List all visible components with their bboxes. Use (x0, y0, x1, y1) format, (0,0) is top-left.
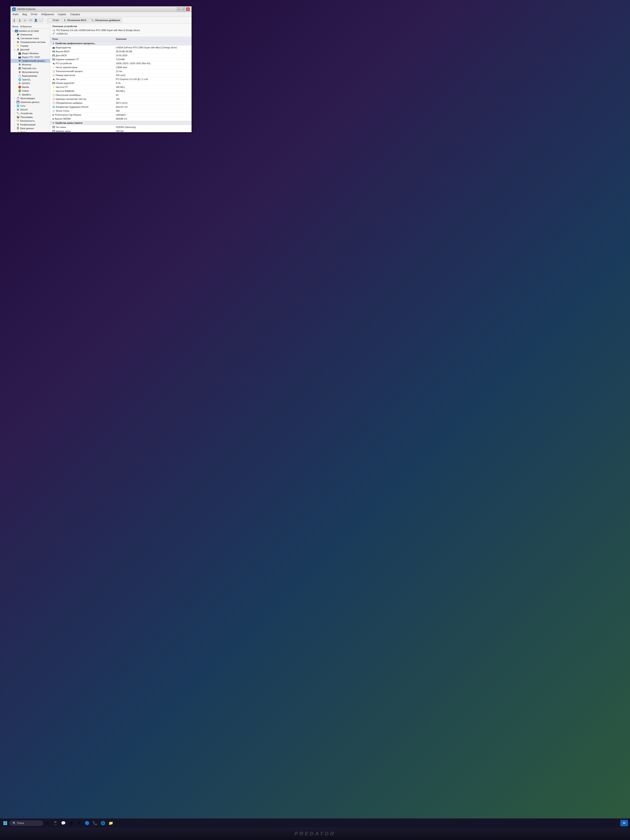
sidebar-item-motherboard[interactable]: › 🔌 Системная плата (11, 36, 50, 40)
table-row: 🔌PCI-устройство10DE-1ED3 / 1025-1432 (Re… (50, 62, 191, 65)
table-cell-field: 💾Кодовое название ГП (50, 57, 114, 62)
sidebar-item-video-windows[interactable]: 🎬 Видео Windows (11, 52, 50, 55)
col-value: Значение (114, 37, 191, 41)
report-button[interactable]: 📄 Отчёт (47, 18, 61, 22)
table-cell-field: 🌐Аппаратная поддержка DirectX (50, 105, 114, 109)
sidebar-item-desktop[interactable]: 🖼 Рабочий стол (11, 66, 50, 70)
table-cell-value: 300 МГц (114, 85, 191, 89)
table-cell-field: ⊞Версия WDDM (50, 117, 114, 121)
taskbar-skype-icon[interactable]: 🔵 (84, 820, 90, 826)
sidebar-item-programs[interactable]: › 📦 Программы (11, 115, 50, 119)
opengl-icon: 🌐 (18, 78, 21, 81)
sidebar-item-mantle[interactable]: 🔴 Mantle (11, 85, 50, 89)
expand-icon: › (14, 123, 16, 126)
sidebar-favorites-tab[interactable]: Избранное (20, 25, 32, 28)
sidebar-menu-tab[interactable]: Меню (12, 25, 19, 28)
menu-favorites[interactable]: Избранное (41, 13, 55, 16)
table-row: 💾Версия BIOS90.04.8E.00.DB (50, 50, 191, 54)
field-icon: ⊞ (52, 114, 54, 116)
expand-icon: ∨ (14, 49, 16, 51)
tests-icon: ⚡ (16, 131, 20, 132)
menu-file[interactable]: Файл (12, 13, 19, 16)
table-row: 📋Tensor Cores384 (50, 109, 191, 113)
taskbar-windows-icon[interactable]: ⊞ (68, 820, 74, 826)
menu-service[interactable]: Сервис (57, 13, 67, 16)
taskbar-whatsapp-icon[interactable]: 💬 (60, 820, 67, 826)
nav-up-button[interactable]: ∧ (23, 18, 27, 22)
field-icon: 📋 (52, 94, 55, 96)
search-placeholder: Поиск (17, 822, 24, 824)
sidebar-item-fonts[interactable]: A Шрифты (11, 93, 50, 96)
programs-icon: 📦 (16, 115, 20, 118)
sidebar-item-aida64[interactable]: ∨ 64 AIDA64 v6.32.5600 (11, 29, 50, 33)
nav-back-button[interactable]: ❮ (12, 18, 16, 22)
sidebar-item-opengl[interactable]: 🌐 OpenGL (11, 78, 50, 82)
sidebar-item-computer[interactable]: › 💻 Компьютер (11, 33, 50, 36)
taskbar-phone-icon[interactable]: 📱 (52, 820, 59, 826)
sidebar-item-security[interactable]: › 🛡 Безопасность (11, 119, 50, 123)
sidebar-item-os[interactable]: › ⊞ Операционная система (11, 40, 50, 44)
taskbar-telegram-icon[interactable]: ✈ (76, 820, 82, 826)
close-button[interactable]: ✕ (186, 7, 190, 11)
menu-help[interactable]: Справка (69, 13, 81, 16)
sidebar-item-multimedia[interactable]: › 🎵 Мультимедиа (11, 96, 50, 100)
sidebar-item-database[interactable]: › 🗄 База данных (11, 126, 50, 130)
table-cell-value: 64 (114, 93, 191, 97)
expand-icon: › (14, 120, 16, 122)
table-row: 📺ВидеоадаптерnVIDIA GeForce RTX 2080 Sup… (50, 46, 191, 50)
driver-update-button[interactable]: 🔍 Обновления драйверов (89, 18, 122, 22)
storage-icon: 💾 (16, 101, 20, 104)
sidebar-item-multimonitor[interactable]: 🖥 Мультимонитор (11, 70, 50, 74)
table-cell-field: ⚡Число транзисторов (50, 65, 114, 69)
sidebar-item-storage[interactable]: › 💾 Хранение данных (11, 100, 50, 104)
sidebar-item-directx[interactable]: › ⊞ DirectX (11, 108, 50, 112)
taskbar-search[interactable]: 🔍 Поиск (9, 821, 43, 826)
sidebar-item-display[interactable]: ∨ 🖥 Дисплей (11, 48, 50, 52)
sidebar-item-config[interactable]: › ⚙ Конфигурация (11, 123, 50, 126)
maximize-button[interactable]: □ (182, 7, 185, 11)
computer-icon: 💻 (16, 33, 20, 36)
sidebar-item-network[interactable]: › 🌐 Сеть (11, 104, 50, 108)
menu-report[interactable]: Отчёт (30, 13, 38, 16)
sidebar-item-vulkan[interactable]: 🟢 Vulkan (11, 89, 50, 93)
menu-view[interactable]: Вид (22, 13, 28, 16)
sidebar-item-devices[interactable]: › 🔧 Устройства (11, 112, 50, 115)
sidebar-item-server[interactable]: › 📁 Сервер (11, 44, 50, 48)
bios-update-button[interactable]: ⬇ Обновления BIOS (62, 18, 88, 23)
sidebar-item-gpu[interactable]: 🖥 Графический процесс (11, 59, 50, 63)
table-row: ⚡Частота ГП300 МГц (50, 85, 191, 89)
table-cell-field: 📋Размер кристалла (50, 73, 114, 77)
nav-forward-button[interactable]: ❯ (17, 18, 22, 22)
expand-icon: › (14, 101, 16, 103)
aida64-taskbar-button[interactable]: 64 (621, 820, 628, 826)
sli-icon: 🔗 (52, 32, 55, 35)
taskbar-chrome-icon[interactable]: 🌐 (99, 820, 106, 826)
field-icon: ⚡ (52, 90, 55, 92)
field-icon: 📺 (52, 46, 55, 49)
nav-graph-button[interactable]: 📈 (39, 18, 44, 22)
expand-icon: › (14, 127, 16, 129)
aida64-window: 64 AIDA64 Extreme — □ ✕ Файл Вид Отчёт И… (10, 6, 192, 132)
table-cell-value: 192 (114, 97, 191, 101)
table-row: 📋Объединённые шейдеры3072 (v6.5) (50, 101, 191, 105)
table-section-header: ▼Свойства шины памяти (50, 121, 191, 125)
gpgpu-icon: ⚙ (18, 82, 21, 85)
video-windows-icon: 🎬 (18, 52, 21, 55)
minimize-button[interactable]: — (177, 7, 181, 11)
start-button[interactable] (2, 820, 8, 826)
sidebar-item-tests[interactable]: › ⚡ Тесты (11, 130, 50, 132)
taskbar-viber-icon[interactable]: 📞 (92, 820, 98, 826)
table-cell-field: 💾Объём видеоОЗУ (50, 81, 114, 85)
search-icon: 🔍 (13, 822, 16, 824)
table-cell-value: 545 mm2 (114, 73, 191, 77)
taskbar-folder-icon[interactable]: 📁 (107, 820, 114, 826)
taskbar-file-explorer-icon[interactable]: 🗂 (44, 820, 51, 826)
sidebar-item-video-modes[interactable]: 📋 Видеорежимы (11, 74, 50, 78)
desktop: 64 AIDA64 Extreme — □ ✕ Файл Вид Отчёт И… (0, 0, 630, 818)
sidebar-item-gpgpu[interactable]: ⚙ GPGPU (11, 82, 50, 85)
expand-icon: › (14, 41, 16, 43)
sidebar-item-monitor[interactable]: 🖥 Монитор (11, 63, 50, 66)
nav-user-button[interactable]: 👤 (33, 18, 38, 22)
sidebar-item-video-pci[interactable]: 📷 Видео PCI / AGP (11, 55, 50, 59)
nav-refresh-button[interactable]: ↺ (28, 18, 33, 22)
